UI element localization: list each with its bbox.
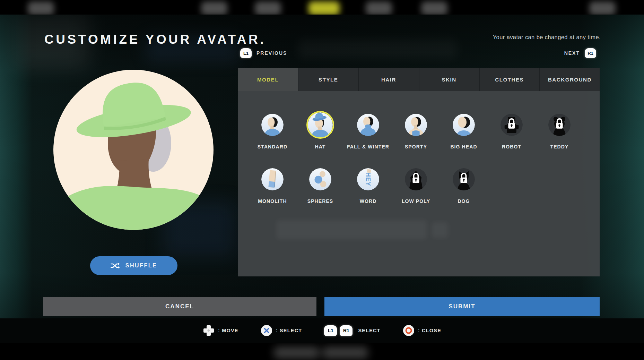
avatar-preview <box>53 70 214 230</box>
controller-hint-bar: : MOVE : SELECTL1R1SELECT : CLOSE <box>0 318 644 343</box>
locked-avatar-icon <box>405 168 427 190</box>
shuffle-button[interactable]: SHUFFLE <box>90 256 177 275</box>
tab-model[interactable]: MODEL <box>238 68 298 91</box>
background-blur-artifact <box>255 1 281 15</box>
avatar-icon <box>306 111 334 139</box>
locked-avatar-icon <box>548 114 571 136</box>
avatar-option-label: WORD <box>360 198 377 204</box>
submit-button[interactable]: SUBMIT <box>324 297 600 316</box>
avatar-icon <box>405 114 427 136</box>
avatar-thumbnail <box>440 108 488 142</box>
avatar-thumbnail: HEY <box>344 163 392 196</box>
background-blur-artifact <box>589 1 616 15</box>
page-title: CUSTOMIZE YOUR AVATAR. <box>44 32 266 47</box>
hint-label: : CLOSE <box>418 328 441 333</box>
avatar-thumbnail <box>249 163 296 196</box>
avatar-option-low-poly[interactable]: LOW POLY <box>392 163 440 217</box>
avatar-icon <box>453 114 475 136</box>
tab-background[interactable]: BACKGROUND <box>540 68 600 91</box>
avatar-option-label: MONOLITH <box>258 198 287 204</box>
next-label: NEXT <box>564 50 580 56</box>
avatar-option-robot[interactable]: ROBOT <box>488 108 536 163</box>
hint-close: : CLOSE <box>403 325 441 336</box>
tab-style[interactable]: STYLE <box>298 68 359 91</box>
avatar-thumbnail <box>488 108 536 142</box>
tab-bar: MODELSTYLEHAIRSKINCLOTHESBACKGROUND <box>238 68 600 91</box>
avatar-option-sporty[interactable]: SPORTY <box>392 108 440 163</box>
dpad-icon <box>203 325 215 336</box>
background-blur-artifact <box>274 347 320 359</box>
hint-select: L1R1SELECT <box>324 325 380 336</box>
avatar-option-hat[interactable]: HAT <box>296 108 344 163</box>
avatar-option-label: ROBOT <box>502 144 521 149</box>
tab-clothes[interactable]: CLOTHES <box>480 68 540 91</box>
avatar-option-monolith[interactable]: MONOLITH <box>249 163 296 217</box>
avatar-option-teddy[interactable]: TEDDY <box>536 108 583 163</box>
background-blur-artifact <box>276 220 427 239</box>
cancel-button[interactable]: CANCEL <box>43 297 316 316</box>
hint-move: : MOVE <box>203 325 238 336</box>
avatar-icon <box>357 114 379 136</box>
locked-avatar-icon <box>453 168 475 190</box>
avatar-thumbnail <box>440 163 488 196</box>
avatar-preview-image <box>53 70 214 230</box>
letterbox-bottom <box>0 343 644 360</box>
background-blur-artifact <box>201 1 227 15</box>
background-blur-artifact <box>322 347 368 359</box>
background-blur-artifact <box>366 1 392 15</box>
r1-key-icon: R1 <box>585 48 596 58</box>
avatar-model-grid: STANDARD HAT FALL & WINTER SPORTY BIG HE… <box>249 108 583 217</box>
avatar-icon: HEY <box>357 168 379 190</box>
circle-button-icon <box>403 325 415 336</box>
avatar-option-big-head[interactable]: BIG HEAD <box>440 108 488 163</box>
shuffle-icon <box>111 262 120 269</box>
avatar-option-label: TEDDY <box>550 144 569 149</box>
hint-select: : SELECT <box>261 325 302 336</box>
avatar-change-note: Your avatar can be changed at any time. <box>493 34 601 41</box>
avatar-option-label: DOG <box>458 198 470 204</box>
avatar-thumbnail <box>249 108 296 142</box>
background-blur-artifact <box>298 39 458 58</box>
next-category-button[interactable]: NEXT R1 <box>564 48 596 58</box>
l1-key-icon: L1 <box>324 325 337 336</box>
avatar-thumbnail <box>392 163 440 196</box>
previous-category-button[interactable]: L1 PREVIOUS <box>240 48 287 58</box>
background-blur-artifact <box>421 1 447 15</box>
avatar-thumbnail <box>296 163 344 196</box>
background-blur-artifact <box>308 1 340 15</box>
r1-key-icon: R1 <box>340 325 353 336</box>
background-blur-artifact <box>432 222 448 238</box>
background-blur-artifact <box>28 1 54 15</box>
shoulder-keys-icon: L1R1 <box>324 325 353 336</box>
avatar-option-label: HAT <box>315 144 325 149</box>
avatar-option-dog[interactable]: DOG <box>440 163 488 217</box>
avatar-option-word[interactable]: HEYWORD <box>344 163 392 217</box>
avatar-icon <box>261 114 284 136</box>
hint-label: : SELECT <box>276 328 302 333</box>
hint-label: : MOVE <box>218 328 238 333</box>
avatar-thumbnail <box>296 108 344 142</box>
avatar-option-spheres[interactable]: SPHERES <box>296 163 344 217</box>
previous-label: PREVIOUS <box>256 50 287 56</box>
letterbox-top <box>0 0 644 15</box>
locked-avatar-icon <box>501 114 523 136</box>
tab-hair[interactable]: HAIR <box>359 68 419 91</box>
avatar-option-standard[interactable]: STANDARD <box>249 108 296 163</box>
shuffle-label: SHUFFLE <box>125 263 157 269</box>
avatar-thumbnail <box>344 108 392 142</box>
hint-label: SELECT <box>358 328 380 333</box>
avatar-icon <box>309 168 331 190</box>
avatar-icon <box>261 168 284 190</box>
l1-key-icon: L1 <box>240 48 252 58</box>
avatar-option-label: FALL & WINTER <box>347 144 389 149</box>
avatar-option-label: LOW POLY <box>402 198 430 204</box>
avatar-option-label: BIG HEAD <box>450 144 477 149</box>
tab-skin[interactable]: SKIN <box>419 68 480 91</box>
avatar-thumbnail <box>392 108 440 142</box>
avatar-option-label: SPHERES <box>307 198 333 204</box>
avatar-option-label: STANDARD <box>258 144 287 149</box>
avatar-option-label: SPORTY <box>405 144 427 149</box>
screen: CUSTOMIZE YOUR AVATAR. Your avatar can b… <box>0 0 644 360</box>
cross-button-icon <box>261 325 272 336</box>
avatar-option-fall-winter[interactable]: FALL & WINTER <box>344 108 392 163</box>
